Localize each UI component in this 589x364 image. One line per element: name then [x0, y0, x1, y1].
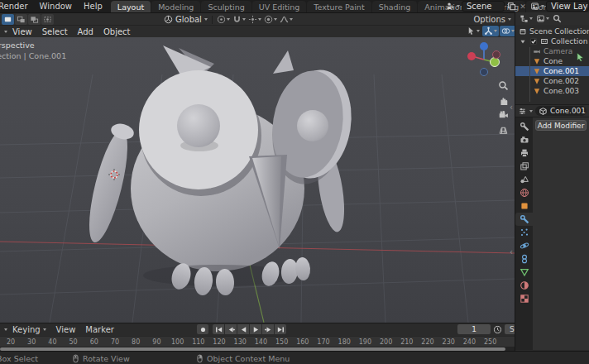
visibility-icon: [467, 26, 476, 36]
properties-body: Add Modifier: [515, 117, 589, 350]
add-modifier-button[interactable]: Add Modifier: [535, 120, 587, 131]
snap-magnet-button[interactable]: [232, 15, 246, 24]
right-panel: Scene CollectionCollectionCameraConeCone…: [515, 12, 589, 351]
menu-render[interactable]: Render: [0, 0, 34, 12]
viewport-canvas[interactable]: [0, 37, 515, 323]
region-collapse-icon[interactable]: ‹: [510, 103, 513, 112]
properties-tab-view-layer[interactable]: [515, 160, 533, 173]
owl-model[interactable]: [82, 46, 359, 296]
workspace-tab-uv-editing[interactable]: UV Editing: [252, 1, 307, 12]
options-chevron-icon: [508, 18, 511, 21]
properties-editor-icon[interactable]: [518, 106, 527, 116]
viewport-menu-add[interactable]: Add: [73, 27, 98, 36]
proportional-editing-button[interactable]: [264, 15, 277, 24]
camera-view-button[interactable]: [498, 110, 509, 121]
frame-tick: 20: [7, 338, 15, 346]
region-collapse-icon[interactable]: ‹: [510, 248, 513, 256]
properties-tab-tool[interactable]: [515, 120, 533, 133]
toggle-ortho-button[interactable]: [498, 125, 509, 136]
menu-help[interactable]: Help: [78, 0, 108, 12]
outliner-row-cone-001[interactable]: Cone.001: [515, 66, 589, 76]
properties-breadcrumb[interactable]: Cone.001: [535, 106, 587, 116]
scene-name-field[interactable]: Scene: [462, 1, 505, 12]
properties-tab-material[interactable]: [515, 279, 533, 292]
viewport-menu-view[interactable]: View: [7, 27, 37, 36]
snap-target-button[interactable]: [248, 15, 261, 24]
record-button[interactable]: [197, 324, 208, 334]
play-button[interactable]: [250, 324, 261, 334]
outliner-filter-button[interactable]: [536, 14, 549, 23]
workspace-tab-sculpting[interactable]: Sculpting: [201, 1, 251, 12]
navigation-gizmo[interactable]: [465, 39, 503, 77]
properties-tab-particles[interactable]: [515, 226, 533, 239]
view-layer-icon: [530, 2, 539, 11]
workspace-tab-texture-paint[interactable]: Texture Paint: [307, 1, 371, 12]
current-frame-field[interactable]: 1: [457, 324, 491, 334]
next-keyframe-button[interactable]: [262, 324, 274, 334]
properties-tab-scene[interactable]: [515, 173, 533, 186]
viewport-side-tools: [498, 80, 509, 136]
prev-keyframe-button[interactable]: [225, 324, 237, 334]
play-reverse-button[interactable]: [237, 324, 249, 334]
scene-icon[interactable]: [445, 1, 455, 12]
properties-tab-modifiers[interactable]: [515, 213, 533, 226]
outliner-row-cone-003[interactable]: Cone.003: [515, 86, 589, 96]
select-intersect-button[interactable]: [41, 14, 54, 25]
unlink-scene-button[interactable]: ✕: [518, 1, 528, 12]
view-layer-chevron-icon[interactable]: [541, 5, 544, 7]
outliner-search-button[interactable]: [553, 14, 562, 23]
time-icon[interactable]: [493, 324, 502, 334]
orientation-chevron-icon[interactable]: [204, 18, 208, 21]
properties-tab-physics[interactable]: [515, 239, 533, 252]
timeline-menu-marker[interactable]: Marker: [80, 325, 119, 334]
workspace-tab-layout[interactable]: Layout: [111, 1, 151, 12]
scrollbar-handle[interactable]: [0, 347, 505, 351]
timeline-menu-view[interactable]: View: [51, 325, 81, 334]
new-scene-button[interactable]: [506, 1, 516, 12]
transform-pivot-button[interactable]: [217, 15, 230, 24]
timeline-menu-keying[interactable]: Keying: [7, 325, 51, 334]
jump-last-button[interactable]: [275, 324, 286, 334]
visibility-toggle[interactable]: [465, 26, 481, 36]
workspace-tab-shading[interactable]: Shading: [372, 1, 418, 12]
viewport-menu-object[interactable]: Object: [98, 27, 136, 36]
select-set-button[interactable]: [2, 14, 14, 25]
properties-tab-object-data[interactable]: [515, 266, 533, 279]
frame-ruler[interactable]: 2030405060708090100110120130140150160170…: [0, 336, 515, 347]
outliner-row-cone-002[interactable]: Cone.002: [515, 76, 589, 86]
zoom-button[interactable]: [498, 80, 509, 91]
breadcrumb-object-name: Cone.001: [550, 107, 586, 115]
gizmo-toggle[interactable]: [482, 26, 499, 36]
outliner-row-collection[interactable]: Collection: [515, 36, 589, 46]
menu-window[interactable]: Window: [34, 0, 78, 12]
select-subtract-button[interactable]: [28, 14, 41, 25]
pan-hand-button[interactable]: [498, 95, 509, 106]
options-dropdown[interactable]: Options: [473, 13, 511, 26]
status-bar: Box SelectRotate ViewObject Context Menu: [0, 351, 589, 364]
view-layer-field[interactable]: View Layer: [546, 1, 589, 12]
properties-tab-object[interactable]: [515, 199, 533, 213]
orientation-label[interactable]: Global: [175, 15, 202, 24]
properties-tab-world[interactable]: [515, 186, 533, 199]
overlays-toggle[interactable]: [500, 26, 516, 36]
proportional-editing-icon: [264, 15, 273, 24]
workspace-tab-modeling[interactable]: Modeling: [151, 1, 200, 12]
viewport-menu-select[interactable]: Select: [37, 27, 73, 36]
jump-last-icon: [276, 325, 285, 334]
properties-tab-texture[interactable]: [515, 292, 533, 305]
view-layer-icon[interactable]: [529, 1, 539, 12]
outliner-row-scene-collection[interactable]: Scene Collection: [515, 26, 589, 36]
snap-target-icon: [248, 15, 257, 24]
properties-editor-chevron-icon[interactable]: [529, 110, 533, 113]
timeline-menus: KeyingViewMarker: [7, 323, 119, 336]
select-extend-button[interactable]: [15, 14, 27, 25]
properties-tab-constraints[interactable]: [515, 252, 533, 266]
properties-tab-render[interactable]: [515, 133, 533, 146]
scene-browse-chevron-icon[interactable]: [457, 5, 460, 7]
jump-first-button[interactable]: [213, 324, 224, 334]
outliner-display-mode-button[interactable]: [520, 14, 533, 23]
properties-tab-output[interactable]: [515, 146, 533, 160]
viewport-3d[interactable]: User Perspective (1) Collection | Cone.0…: [0, 37, 515, 323]
proportional-falloff-button[interactable]: [280, 15, 293, 24]
orientation-icon[interactable]: [164, 15, 173, 25]
